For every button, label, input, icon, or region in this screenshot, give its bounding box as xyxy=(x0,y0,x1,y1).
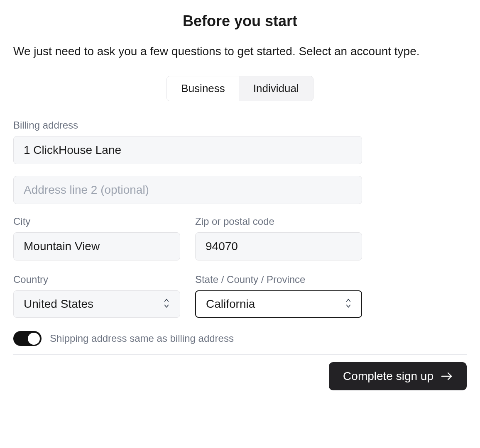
state-select-wrap: California xyxy=(195,290,362,318)
shipping-same-toggle[interactable] xyxy=(13,331,42,346)
complete-button-label: Complete sign up xyxy=(343,370,433,383)
toggle-knob xyxy=(28,333,40,345)
country-label: Country xyxy=(13,274,180,285)
divider xyxy=(13,354,467,355)
arrow-right-icon xyxy=(441,372,453,381)
page-title: Before you start xyxy=(13,12,467,30)
complete-sign-up-button[interactable]: Complete sign up xyxy=(329,362,467,390)
account-type-segmented-control: Business Individual xyxy=(13,76,467,101)
segment-business[interactable]: Business xyxy=(167,76,239,101)
address-line-1-input[interactable] xyxy=(13,136,362,164)
address-line-2-input[interactable] xyxy=(13,176,362,204)
zip-input[interactable] xyxy=(195,232,362,261)
segmented-inner: Business Individual xyxy=(167,76,313,101)
shipping-same-label: Shipping address same as billing address xyxy=(50,333,234,344)
intro-text: We just need to ask you a few questions … xyxy=(13,43,467,59)
state-select[interactable]: California xyxy=(195,290,362,318)
city-label: City xyxy=(13,216,180,227)
segment-individual[interactable]: Individual xyxy=(239,76,313,101)
billing-address-label: Billing address xyxy=(13,119,362,131)
zip-label: Zip or postal code xyxy=(195,216,362,227)
city-input[interactable] xyxy=(13,232,180,261)
state-label: State / County / Province xyxy=(195,274,362,285)
country-select[interactable]: United States xyxy=(13,290,180,318)
country-select-wrap: United States xyxy=(13,290,180,318)
